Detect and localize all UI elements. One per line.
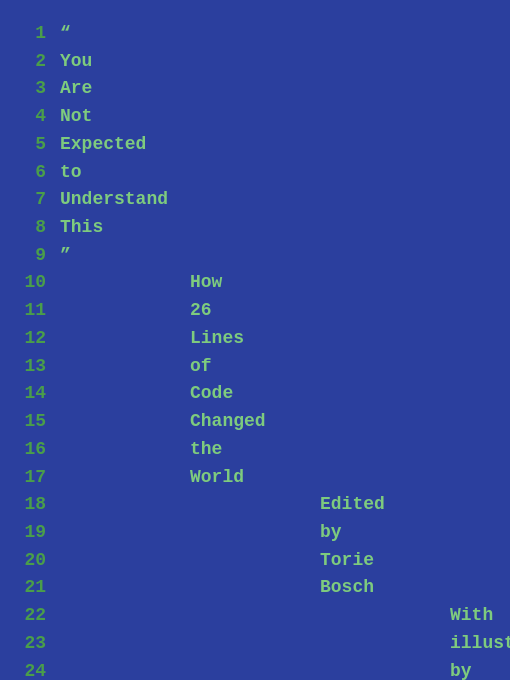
code-line: 4Not [0, 103, 510, 131]
code-line: 23illustrations [0, 630, 510, 658]
line-number: 13 [0, 353, 60, 381]
code-line: 16the [0, 436, 510, 464]
line-number: 19 [0, 519, 60, 547]
col4-text: by [450, 658, 472, 680]
code-line: 2You [0, 48, 510, 76]
line-number: 24 [0, 658, 60, 680]
code-line: 3Are [0, 75, 510, 103]
col3-text: by [320, 519, 450, 547]
col1-text: to [60, 159, 190, 187]
line-number: 1 [0, 20, 60, 48]
line-number: 10 [0, 269, 60, 297]
code-line: 6to [0, 159, 510, 187]
line-number: 15 [0, 408, 60, 436]
col1-text: ” [60, 242, 190, 270]
code-line: 22With [0, 602, 510, 630]
code-line: 8This [0, 214, 510, 242]
code-line: 1126 [0, 297, 510, 325]
line-number: 14 [0, 380, 60, 408]
col4-text: With [450, 602, 493, 630]
line-number: 17 [0, 464, 60, 492]
line-number: 16 [0, 436, 60, 464]
col3-text: Bosch [320, 574, 450, 602]
code-line: 10How [0, 269, 510, 297]
col2-text: the [190, 436, 320, 464]
code-line: 1“ [0, 20, 510, 48]
col1-text: Not [60, 103, 190, 131]
col1-text: This [60, 214, 190, 242]
col2-text: Code [190, 380, 320, 408]
code-line: 20Torie [0, 547, 510, 575]
col2-text: How [190, 269, 320, 297]
col2-text: 26 [190, 297, 320, 325]
code-line: 12Lines [0, 325, 510, 353]
line-number: 23 [0, 630, 60, 658]
col2-text: of [190, 353, 320, 381]
col3-text: Torie [320, 547, 450, 575]
line-number: 18 [0, 491, 60, 519]
line-number: 2 [0, 48, 60, 76]
code-line: 7Understand [0, 186, 510, 214]
col1-text: Expected [60, 131, 190, 159]
line-number: 12 [0, 325, 60, 353]
col1-text: “ [60, 20, 190, 48]
line-number: 20 [0, 547, 60, 575]
col2-text: World [190, 464, 320, 492]
code-display: 1“2You3Are4Not5Expected6to7Understand8Th… [0, 0, 510, 680]
col4-text: illustrations [450, 630, 510, 658]
line-number: 5 [0, 131, 60, 159]
code-line: 5Expected [0, 131, 510, 159]
line-number: 22 [0, 602, 60, 630]
code-line: 9” [0, 242, 510, 270]
col3-text: Edited [320, 491, 450, 519]
line-number: 7 [0, 186, 60, 214]
code-line: 15Changed [0, 408, 510, 436]
code-line: 21Bosch [0, 574, 510, 602]
col1-text: Understand [60, 186, 190, 214]
code-line: 17World [0, 464, 510, 492]
code-line: 24by [0, 658, 510, 680]
col2-text: Changed [190, 408, 320, 436]
col1-text: You [60, 48, 190, 76]
code-line: 13of [0, 353, 510, 381]
code-line: 19by [0, 519, 510, 547]
code-line: 14Code [0, 380, 510, 408]
line-number: 8 [0, 214, 60, 242]
line-number: 3 [0, 75, 60, 103]
line-number: 6 [0, 159, 60, 187]
line-number: 11 [0, 297, 60, 325]
col2-text: Lines [190, 325, 320, 353]
line-number: 21 [0, 574, 60, 602]
col1-text: Are [60, 75, 190, 103]
code-line: 18Edited [0, 491, 510, 519]
line-number: 9 [0, 242, 60, 270]
line-number: 4 [0, 103, 60, 131]
